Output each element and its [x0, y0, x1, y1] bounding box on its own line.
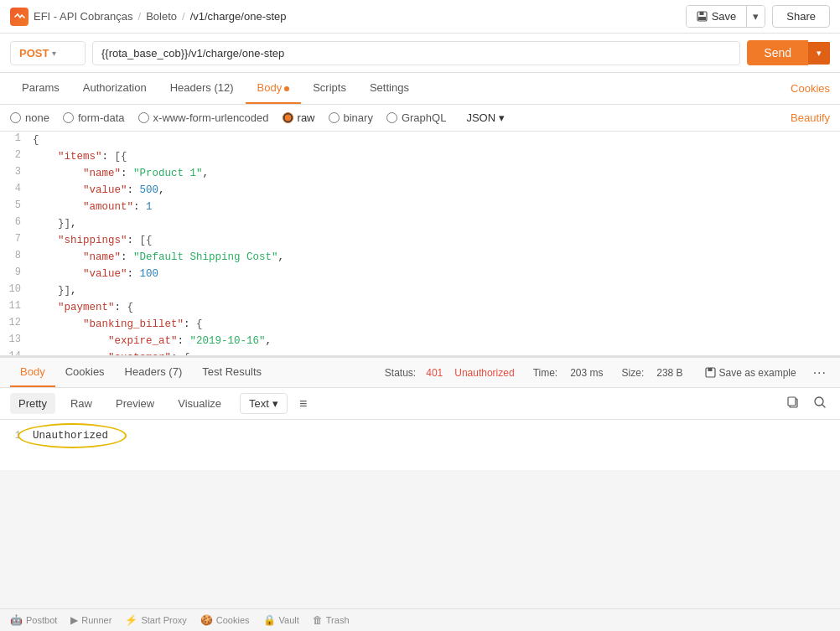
radio-urlencoded[interactable]: x-www-form-urlencoded [138, 111, 269, 124]
code-line-8: 8 "name": "Default Shipping Cost", [0, 249, 840, 266]
send-button-group: Send ▾ [747, 40, 830, 65]
svg-point-8 [815, 397, 823, 406]
save-example-button[interactable]: Save as example [702, 365, 800, 380]
code-line-12: 12 "banking_billet": { [0, 316, 840, 333]
save-dropdown-button[interactable]: ▾ [746, 6, 765, 27]
filter-button[interactable]: ≡ [294, 395, 312, 413]
fmt-pretty[interactable]: Pretty [10, 393, 55, 414]
separator-2: / [182, 10, 185, 23]
footer-start-proxy[interactable]: ⚡ Start Proxy [125, 614, 186, 626]
code-line-2: 2 "items": [{ [0, 148, 840, 165]
fmt-visualize[interactable]: Visualize [169, 393, 230, 414]
trash-icon: 🗑 [313, 614, 323, 626]
tab-bar-right: Cookies [791, 82, 830, 95]
postbot-icon: 🤖 [10, 614, 23, 626]
text-format-selector[interactable]: Text ▾ [240, 393, 288, 414]
footer-runner[interactable]: ▶ Runner [70, 614, 111, 626]
code-line-7: 7 "shippings": [{ [0, 232, 840, 249]
response-line-1: 1 Unauthorized [0, 427, 840, 445]
size-label: Size: [622, 367, 645, 379]
footer-vault[interactable]: 🔒 Vault [263, 614, 299, 626]
resp-tab-test-results[interactable]: Test Results [192, 358, 272, 387]
svg-line-9 [822, 405, 825, 407]
tab-headers[interactable]: Headers (12) [158, 73, 246, 104]
body-type-bar: none form-data x-www-form-urlencoded raw… [0, 105, 840, 132]
runner-icon: ▶ [70, 614, 78, 626]
resp-tab-cookies[interactable]: Cookies [55, 358, 115, 387]
body-dot [284, 86, 289, 91]
footer-postbot[interactable]: 🤖 Postbot [10, 614, 57, 626]
more-options-button[interactable]: ··· [810, 364, 830, 382]
bottom-footer: 🤖 Postbot ▶ Runner ⚡ Start Proxy 🍪 Cooki… [0, 608, 840, 631]
time-value: 203 ms [570, 367, 603, 379]
send-button[interactable]: Send [747, 40, 808, 65]
response-status-area: Status: 401 Unauthorized Time: 203 ms Si… [385, 364, 830, 382]
unauthorized-wrapper: Unauthorized [33, 430, 108, 442]
cookies-link[interactable]: Cookies [791, 74, 830, 103]
tab-authorization[interactable]: Authorization [71, 73, 158, 104]
svg-rect-5 [708, 368, 712, 371]
radio-raw[interactable]: raw [283, 111, 315, 124]
svg-rect-3 [698, 17, 706, 20]
code-line-3: 3 "name": "Product 1", [0, 165, 840, 182]
method-dropdown-icon: ▾ [52, 49, 56, 58]
copy-button[interactable] [783, 394, 803, 413]
fmt-raw[interactable]: Raw [62, 393, 101, 414]
share-button[interactable]: Share [772, 5, 830, 28]
code-line-5: 5 "amount": 1 [0, 199, 840, 215]
resp-tab-headers[interactable]: Headers (7) [115, 358, 193, 387]
search-button[interactable] [810, 394, 830, 413]
code-line-11: 11 "payment": { [0, 299, 840, 316]
tab-scripts[interactable]: Scripts [301, 73, 358, 104]
radio-graphql[interactable]: GraphQL [386, 111, 446, 124]
fmt-preview[interactable]: Preview [107, 393, 163, 414]
beautify-button[interactable]: Beautify [791, 111, 830, 124]
response-tab-bar: Body Cookies Headers (7) Test Results St… [0, 358, 840, 388]
code-line-6: 6 }], [0, 215, 840, 232]
resp-tab-body[interactable]: Body [10, 358, 55, 387]
code-line-13: 13 "expire_at": "2019-10-16", [0, 333, 840, 349]
radio-binary[interactable]: binary [329, 111, 373, 124]
breadcrumb-boleto[interactable]: Boleto [146, 10, 177, 23]
size-value: 238 B [656, 367, 682, 379]
vault-icon: 🔒 [263, 614, 276, 626]
send-dropdown-button[interactable]: ▾ [808, 42, 830, 65]
footer-cookies[interactable]: 🍪 Cookies [200, 614, 250, 626]
breadcrumb-efi[interactable]: EFI - API Cobranças [34, 10, 133, 23]
app-logo [10, 8, 29, 26]
separator-1: / [138, 10, 142, 23]
response-content: Unauthorized [29, 430, 111, 442]
proxy-icon: ⚡ [125, 614, 137, 626]
method-selector[interactable]: POST ▾ [10, 41, 86, 65]
radio-form-data[interactable]: form-data [63, 111, 125, 124]
save-button[interactable]: Save [687, 6, 747, 27]
tab-body[interactable]: Body [246, 73, 302, 104]
status-text: Unauthorized [454, 367, 514, 379]
svg-rect-7 [788, 397, 796, 406]
status-label: Status: [385, 367, 416, 379]
method-label: POST [19, 47, 49, 59]
time-label: Time: [533, 367, 558, 379]
code-line-10: 10 }], [0, 282, 840, 299]
top-bar: EFI - API Cobranças / Boleto / /v1/charg… [0, 0, 840, 34]
json-format-selector[interactable]: JSON ▾ [466, 111, 505, 124]
status-code: 401 [426, 367, 443, 379]
save-button-group: Save ▾ [686, 5, 766, 28]
url-input[interactable] [92, 41, 740, 65]
cookies-icon: 🍪 [200, 614, 213, 626]
unauthorized-text: Unauthorized [33, 430, 108, 442]
url-bar-area: POST ▾ Send ▾ [0, 34, 840, 73]
footer-trash[interactable]: 🗑 Trash [313, 614, 350, 626]
breadcrumb-area: EFI - API Cobranças / Boleto / /v1/charg… [10, 8, 287, 26]
response-format-bar: Pretty Raw Preview Visualize Text ▾ ≡ [0, 388, 840, 420]
topbar-actions: Save ▾ Share [686, 5, 830, 28]
response-format-actions [783, 394, 830, 413]
tab-settings[interactable]: Settings [358, 73, 421, 104]
svg-rect-2 [699, 12, 703, 15]
breadcrumb-current: /v1/charge/one-step [190, 10, 287, 23]
code-line-9: 9 "value": 100 [0, 266, 840, 282]
code-editor[interactable]: 1 { 2 "items": [{ 3 "name": "Product 1",… [0, 132, 840, 358]
tab-params[interactable]: Params [10, 73, 71, 104]
code-line-14: 14 "customer": { [0, 349, 840, 358]
radio-none[interactable]: none [10, 111, 49, 124]
